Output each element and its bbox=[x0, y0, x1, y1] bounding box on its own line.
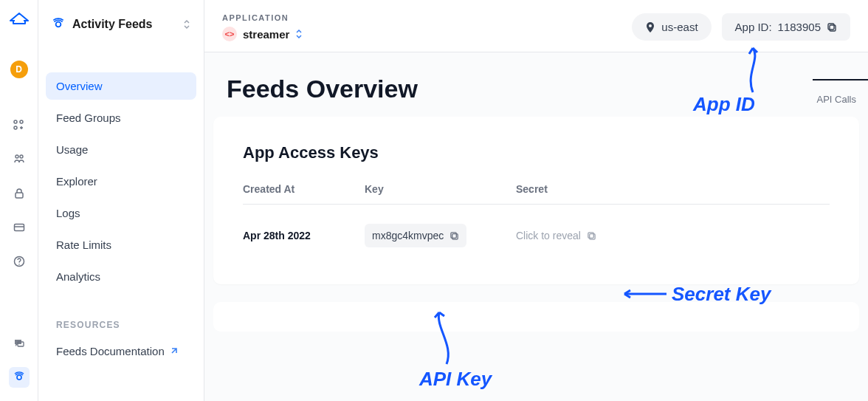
svg-point-12 bbox=[56, 22, 61, 27]
reveal-secret-label: Click to reveal bbox=[516, 230, 581, 241]
help-icon[interactable] bbox=[9, 251, 30, 272]
page-title: Feeds Overview bbox=[204, 75, 868, 103]
copy-icon[interactable] bbox=[450, 231, 459, 241]
sidebar-section-selector[interactable]: Activity Feeds bbox=[46, 13, 196, 35]
sidebar-section-title: Activity Feeds bbox=[72, 18, 176, 31]
avatar-initial: D bbox=[16, 64, 22, 75]
nav-label: Logs bbox=[56, 207, 80, 219]
api-key-chip[interactable]: mx8gc4kmvpec bbox=[365, 224, 466, 247]
activity-feeds-icon bbox=[52, 18, 65, 31]
topbar: APPLICATION <> streamer us-east bbox=[204, 0, 868, 52]
nav-explorer[interactable]: Explorer bbox=[46, 168, 196, 195]
svg-point-11 bbox=[17, 375, 21, 380]
location-icon bbox=[645, 21, 655, 33]
divider-stub bbox=[813, 79, 868, 80]
icon-rail: D bbox=[0, 0, 38, 401]
sort-icon bbox=[295, 30, 303, 38]
activity-icon[interactable] bbox=[9, 367, 30, 388]
nav-label: Overview bbox=[56, 80, 103, 92]
sidebar: Activity Feeds Overview Feed Groups Usag… bbox=[38, 0, 204, 401]
doc-link-label: Feeds Documentation bbox=[56, 345, 165, 357]
api-calls-label: API Calls bbox=[817, 94, 856, 105]
svg-rect-17 bbox=[451, 232, 456, 237]
svg-rect-16 bbox=[452, 233, 458, 239]
th-secret: Secret bbox=[516, 183, 830, 195]
apps-icon[interactable] bbox=[9, 115, 30, 136]
billing-icon[interactable] bbox=[9, 217, 30, 238]
svg-point-2 bbox=[14, 126, 17, 129]
main: APPLICATION <> streamer us-east bbox=[204, 0, 868, 401]
region-pill[interactable]: us-east bbox=[632, 13, 711, 41]
avatar[interactable]: D bbox=[10, 61, 28, 78]
nav-analytics[interactable]: Analytics bbox=[46, 263, 196, 290]
svg-rect-19 bbox=[588, 232, 593, 237]
svg-point-0 bbox=[14, 120, 17, 123]
chat-icon[interactable] bbox=[9, 333, 30, 354]
svg-point-9 bbox=[18, 264, 20, 265]
nav-feed-groups[interactable]: Feed Groups bbox=[46, 104, 196, 131]
application-block: APPLICATION <> streamer bbox=[222, 13, 303, 41]
copy-icon bbox=[587, 231, 596, 241]
logo-icon[interactable] bbox=[9, 10, 30, 25]
nav-overview[interactable]: Overview bbox=[46, 72, 196, 100]
reveal-secret-button[interactable]: Click to reveal bbox=[516, 230, 596, 241]
code-icon: <> bbox=[222, 27, 237, 41]
region-text: us-east bbox=[661, 21, 698, 33]
svg-point-4 bbox=[20, 155, 23, 158]
feeds-documentation-link[interactable]: Feeds Documentation bbox=[46, 339, 196, 363]
table-header-row: Created At Key Secret bbox=[243, 183, 830, 205]
nav-label: Rate Limits bbox=[56, 239, 111, 251]
nav-label: Feed Groups bbox=[56, 112, 121, 124]
app-selector[interactable]: <> streamer bbox=[222, 27, 303, 41]
access-keys-heading: App Access Keys bbox=[243, 143, 830, 162]
content: Feeds Overview API Calls App Access Keys… bbox=[204, 52, 868, 401]
td-created: Apr 28th 2022 bbox=[243, 230, 365, 241]
app-id-pill[interactable]: App ID: 1183905 bbox=[722, 13, 850, 41]
th-created: Created At bbox=[243, 183, 365, 195]
external-link-icon bbox=[169, 347, 178, 356]
nav-rate-limits[interactable]: Rate Limits bbox=[46, 231, 196, 258]
svg-point-3 bbox=[16, 155, 18, 158]
svg-rect-6 bbox=[14, 225, 24, 231]
team-icon[interactable] bbox=[9, 149, 30, 170]
resources-heading: RESOURCES bbox=[46, 320, 196, 330]
svg-rect-14 bbox=[830, 25, 836, 31]
access-keys-card: App Access Keys Created At Key Secret Ap… bbox=[213, 117, 859, 284]
svg-rect-18 bbox=[590, 233, 595, 239]
chevron-updown-icon bbox=[183, 19, 190, 30]
th-key: Key bbox=[365, 183, 516, 195]
lock-icon[interactable] bbox=[9, 183, 30, 204]
application-label: APPLICATION bbox=[222, 13, 303, 22]
svg-point-1 bbox=[20, 120, 23, 123]
copy-icon[interactable] bbox=[827, 22, 837, 32]
app-id-value: 1183905 bbox=[778, 21, 821, 33]
app-name: streamer bbox=[243, 28, 289, 41]
next-card bbox=[213, 302, 859, 332]
svg-rect-5 bbox=[16, 193, 23, 198]
table-row: Apr 28th 2022 mx8gc4kmvpec Click to reve… bbox=[243, 205, 830, 247]
nav-label: Analytics bbox=[56, 270, 100, 283]
nav-usage[interactable]: Usage bbox=[46, 136, 196, 163]
app-id-label: App ID: bbox=[735, 21, 772, 33]
svg-point-13 bbox=[649, 24, 652, 27]
nav-logs[interactable]: Logs bbox=[46, 199, 196, 227]
nav-label: Usage bbox=[56, 143, 88, 156]
api-key-value: mx8gc4kmvpec bbox=[372, 230, 444, 241]
svg-rect-15 bbox=[828, 24, 834, 30]
nav-label: Explorer bbox=[56, 175, 97, 188]
